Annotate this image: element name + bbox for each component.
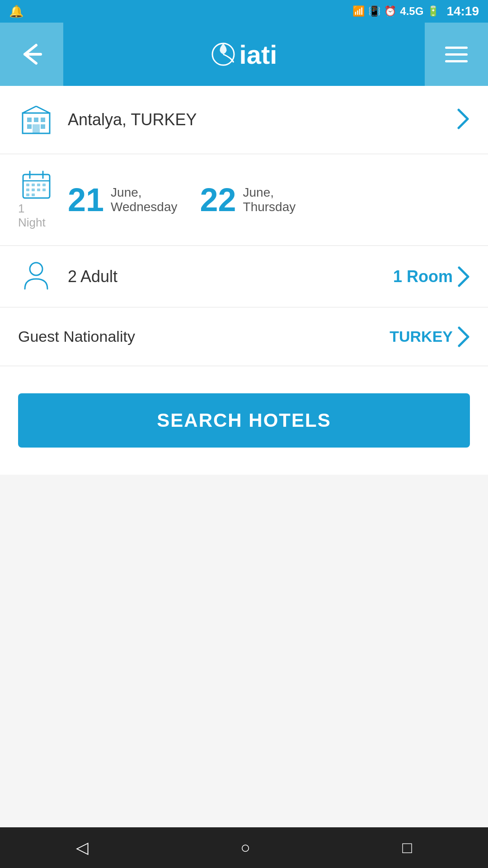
checkout-weekday: Thursday [243,200,296,214]
nationality-row[interactable]: Guest Nationality TURKEY [0,307,488,366]
menu-button[interactable] [425,23,488,86]
hotel-icon [18,104,54,136]
checkin-detail: June, Wednesday [111,185,177,214]
checkin-weekday: Wednesday [111,200,177,214]
svg-rect-17 [37,184,40,186]
calendar-icon-area: 1 Night [18,170,54,230]
signal-icon: 📶 [352,5,365,17]
main-content: Antalya, TURKEY [0,86,488,475]
date-content: 21 June, Wednesday 22 June, Thursday [68,184,470,216]
checkout-detail: June, Thursday [243,185,296,214]
svg-rect-6 [27,124,32,129]
status-bar-right: 📶 📳 ⏰ 4.5G 🔋 14:19 [352,4,479,19]
nights-label: 1 Night [18,202,54,230]
svg-rect-23 [26,193,29,196]
status-bar: 🔔 📶 📳 ⏰ 4.5G 🔋 14:19 [0,0,488,23]
checkout-month: June, [243,185,296,200]
svg-point-25 [30,263,42,275]
svg-rect-18 [42,184,46,186]
nationality-content: Guest Nationality TURKEY [18,326,470,348]
svg-line-10 [36,106,50,113]
status-bar-left: 🔔 [9,5,23,19]
nav-back-button[interactable]: ◁ [76,838,89,857]
location-content: Antalya, TURKEY [68,110,456,129]
room-chevron-icon [457,266,470,288]
vibrate-icon: 📳 [368,5,380,17]
room-count: 1 Room [393,267,453,286]
svg-rect-5 [41,118,45,122]
svg-rect-20 [32,189,35,191]
logo-text: iati [239,39,277,70]
svg-line-9 [23,106,36,113]
room-info: 1 Room [393,266,470,288]
back-button[interactable] [0,23,63,86]
location-chevron [456,108,470,132]
nationality-chevron-icon [457,326,470,348]
adult-count: 2 Adult [68,267,117,286]
svg-rect-24 [32,193,35,196]
nav-recent-button[interactable]: □ [402,838,412,857]
nav-home-button[interactable]: ○ [240,838,250,857]
person-icon [23,262,50,291]
svg-rect-15 [26,184,29,186]
nationality-country: TURKEY [389,328,453,345]
search-hotels-button[interactable]: SEARCH HOTELS [18,393,470,448]
app-header: iati [0,23,488,86]
person-icon-area [18,262,54,291]
svg-rect-8 [33,124,40,133]
app-logo: iati [63,23,425,86]
calendar-icon [22,170,51,199]
search-section: SEARCH HOTELS [0,366,488,475]
guests-row[interactable]: 2 Adult 1 Room [0,246,488,307]
hamburger-icon [445,47,468,62]
network-label: 4.5G [400,5,423,18]
svg-rect-22 [42,189,46,191]
alarm-icon: ⏰ [384,5,396,17]
svg-rect-21 [37,189,40,191]
date-row[interactable]: 1 Night 21 June, Wednesday 22 June, Thur… [0,154,488,246]
svg-rect-19 [26,189,29,191]
svg-rect-3 [27,118,32,122]
nationality-value-group: TURKEY [389,326,470,348]
guests-content: 2 Adult 1 Room [68,266,470,288]
svg-rect-7 [41,124,45,129]
svg-rect-4 [34,118,38,122]
notification-icon: 🔔 [9,5,23,19]
checkout-day: 22 [200,184,236,216]
checkin-day: 21 [68,184,104,216]
bottom-nav: ◁ ○ □ [0,827,488,868]
back-arrow-icon [18,41,45,68]
checkout-block: 22 June, Thursday [200,184,296,216]
svg-rect-16 [32,184,35,186]
battery-icon: 🔋 [427,5,439,17]
location-text: Antalya, TURKEY [68,110,197,129]
location-row[interactable]: Antalya, TURKEY [0,86,488,154]
time-display: 14:19 [446,4,479,19]
checkin-month: June, [111,185,177,200]
checkin-block: 21 June, Wednesday [68,184,177,216]
logo-icon [211,42,236,67]
nationality-label: Guest Nationality [18,328,135,345]
